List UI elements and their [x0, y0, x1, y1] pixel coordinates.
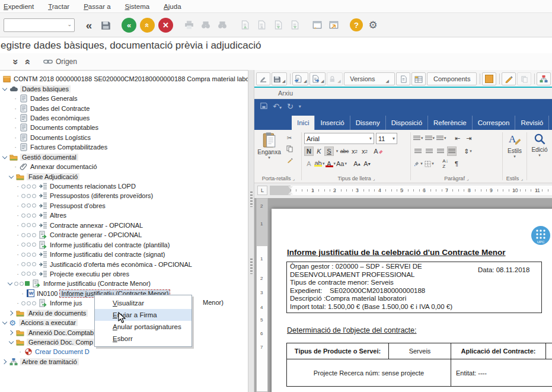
chevron-down-icon[interactable] [8, 339, 14, 345]
menu-expedient[interactable]: Expedient [1, 1, 41, 12]
borders-button[interactable]: ▾ [425, 159, 434, 168]
menu-item-esborr[interactable]: Esborr [95, 333, 192, 345]
tab-insercio[interactable]: Inserció [314, 116, 349, 130]
previous-page-button[interactable] [254, 18, 269, 32]
align-right-button[interactable] [436, 146, 445, 156]
tree-item-dades-economiques[interactable]: Dades econòmiques [0, 113, 248, 123]
shading-button[interactable]: ▾ [413, 159, 423, 168]
tree-node-dades-basiques[interactable]: Dades bàsiques [0, 84, 248, 93]
font-name-combo[interactable]: Arial▾ [304, 133, 374, 144]
tree-node-arbre-tramitacio[interactable]: Arbre de tramitació [0, 357, 248, 366]
dialog-launcher-icon[interactable]: ⌟ [373, 176, 375, 181]
tab-visualitzac[interactable]: Visualitzac [548, 116, 552, 130]
chevron-down-icon[interactable] [2, 320, 8, 326]
align-center-button[interactable] [425, 146, 434, 156]
split-handle[interactable] [248, 70, 254, 392]
sign-button[interactable] [256, 72, 270, 85]
chevron-right-icon[interactable] [8, 330, 14, 336]
tree-item-dades-contracte[interactable]: Dades del Contracte [0, 103, 248, 113]
customize-qat-icon[interactable]: ▾ [299, 104, 301, 109]
edit-button[interactable] [502, 72, 516, 85]
chevron-down-icon[interactable] [2, 86, 8, 92]
next-page-button[interactable] [271, 18, 285, 32]
tab-selector[interactable]: L [257, 186, 267, 195]
origen-button[interactable]: Origen [43, 58, 77, 66]
document-info-button[interactable] [396, 72, 410, 85]
menu-passar-a[interactable]: Passar a [81, 1, 117, 12]
tab-referencie[interactable]: Referèncie [427, 116, 472, 130]
strikethrough-button[interactable]: abc [340, 146, 349, 156]
help-button[interactable]: ? [349, 18, 363, 32]
hierarchy-button[interactable] [537, 72, 551, 85]
print-button[interactable] [182, 18, 196, 32]
change-case-button[interactable]: Aa▾ [336, 159, 347, 168]
font-size-combo[interactable]: 11▾ [376, 133, 397, 144]
horizontal-ruler[interactable]: 1 2 3 4 5 6 7 8 9 10 11 12 [270, 186, 552, 195]
shrink-font-button[interactable]: A▾ [362, 159, 372, 168]
text-effects-button[interactable]: A [304, 159, 314, 168]
tree-item-informe-signat[interactable]: Informe justificatiu del contracte (sign… [0, 250, 248, 259]
subscript-button[interactable]: x2 [350, 146, 359, 156]
chevron-right-icon[interactable] [8, 310, 14, 316]
sort-button[interactable]: A↓Z [441, 159, 450, 168]
layout-settings-button[interactable]: ⚙ [366, 18, 380, 32]
undo-icon[interactable]: ↶▾ [273, 102, 282, 111]
redo-icon[interactable]: ↻ [287, 102, 293, 111]
tree-item-annexar-documentacio[interactable]: Annexar documentació [0, 162, 248, 171]
edit-menu-button[interactable]: Edició ▾ [528, 130, 551, 158]
lock-button[interactable]: ◢ [327, 72, 342, 85]
dialog-launcher-icon[interactable]: ⌟ [467, 176, 469, 181]
new-session-button[interactable] [310, 18, 324, 32]
bullets-button[interactable]: ▾ [413, 133, 423, 143]
multilevel-list-button[interactable]: ▾ [436, 133, 446, 143]
tab-inici[interactable]: Inici [292, 116, 314, 130]
save-doc-button[interactable]: ◢ [272, 72, 287, 85]
tree-item-dades-generals[interactable]: Dades Generals [0, 94, 248, 103]
show-marks-button[interactable]: ¶ [452, 159, 461, 168]
save-icon[interactable] [260, 102, 267, 111]
highlight-button[interactable]: ab▾ [314, 159, 325, 168]
numbering-button[interactable]: ▾ [425, 133, 435, 143]
italic-button[interactable]: K [314, 146, 324, 156]
line-spacing-button[interactable]: ⇕▾ [463, 146, 473, 156]
versions-dropdown[interactable]: Versions◢ [344, 72, 395, 85]
collapse-toolbar-button[interactable]: « [82, 18, 96, 32]
tab-revisio[interactable]: Revisió [515, 116, 548, 130]
chevron-down-icon[interactable] [2, 154, 8, 160]
find-button[interactable] [199, 18, 213, 32]
file-label[interactable]: Arxiu [278, 90, 293, 97]
checkin-button[interactable]: ◢ [292, 72, 308, 85]
decrease-indent-button[interactable]: ⇤ [453, 133, 462, 143]
chevron-down-icon[interactable] [8, 174, 14, 180]
font-color-button[interactable]: A▾ [326, 159, 336, 168]
cut-button[interactable]: ✂ [285, 133, 294, 142]
find-next-button[interactable] [215, 18, 229, 32]
menu-item-anular-portasignatures[interactable]: Anular portasignatures [95, 321, 192, 333]
format-painter-button[interactable] [285, 156, 294, 164]
table-view-button[interactable] [411, 72, 426, 85]
superscript-button[interactable]: x2 [360, 146, 369, 156]
tree-node-fase-adjudicacio[interactable]: Fase Adjudicació [0, 171, 248, 181]
tree-item-justificacio-oferta[interactable]: Justificació d'oferta més econòmica - OP… [0, 259, 248, 269]
underline-button[interactable]: S [324, 146, 334, 156]
tree-item-altres[interactable]: Altres [0, 211, 248, 220]
dialog-launcher-icon[interactable]: ⌟ [292, 176, 295, 181]
tree-item-factures[interactable]: Factures Comptabilitzades [0, 142, 248, 152]
tree-root[interactable]: CONTM 2018 0000000188 SE020000CM20180000… [0, 74, 248, 84]
tree-item-informe-plantilla[interactable]: Informe justificatiu del contracte (plan… [0, 240, 248, 249]
document-page[interactable]: UPC Informe justificatiu de la celebraci… [272, 209, 552, 392]
cancel-button[interactable]: ✕ [158, 18, 173, 33]
grow-font-button[interactable]: A▴ [352, 159, 362, 168]
menu-tractar[interactable]: Tractar [46, 1, 76, 12]
checkout-button[interactable]: ◢ [309, 72, 326, 85]
tree-item-pressupost-obres[interactable]: Pressupost d'obres [0, 201, 248, 211]
command-field[interactable]: ⌄ [4, 18, 75, 32]
dialog-launcher-icon[interactable]: ⌟ [521, 176, 523, 181]
paste-button[interactable]: Enganxa ▾ [256, 130, 282, 160]
last-page-button[interactable] [288, 18, 302, 32]
document-canvas[interactable]: 2 1 1 2 3 4 5 6 7 UPC [254, 198, 552, 392]
tree-node-informe-contracte-menor[interactable]: Informe justificatiu (Contracte Menor) [0, 279, 248, 288]
tree-item-pressupostos[interactable]: Pressupostos (diferents proveïdors) [0, 191, 248, 200]
tree-item-projecte-executiu[interactable]: Projecte executiu per obres [0, 269, 248, 279]
menu-ajuda[interactable]: Ajuda [161, 1, 188, 12]
